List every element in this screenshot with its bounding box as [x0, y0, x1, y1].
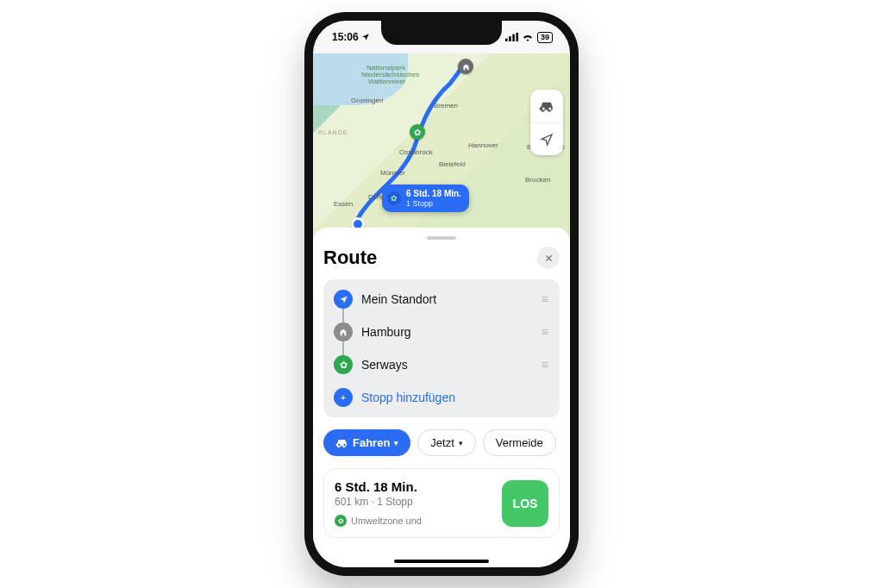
car-icon: [335, 438, 348, 447]
city-label: Bremen: [434, 102, 458, 109]
close-button[interactable]: [537, 247, 560, 269]
summary-sub: 601 km · 1 Stopp: [335, 496, 493, 508]
chevron-down-icon: ▾: [394, 439, 398, 447]
destination-pin[interactable]: [458, 59, 473, 74]
drag-handle-icon[interactable]: ≡: [542, 325, 549, 339]
waypoint-pin[interactable]: ✿: [410, 124, 425, 140]
battery-level: 39: [537, 32, 553, 43]
stop-row-destination[interactable]: Hamburg ≡: [329, 316, 554, 348]
location-icon: [334, 290, 353, 309]
map-view[interactable]: RLANDE Groningen Bremen Hannover Bielefe…: [313, 53, 570, 240]
country-label: RLANDE: [318, 129, 348, 135]
route-time: 6 Std. 18 Min.: [406, 189, 461, 199]
stop-row-origin[interactable]: Mein Standort ≡: [329, 283, 554, 316]
chevron-down-icon: ▾: [459, 439, 463, 447]
city-label: Brocken: [525, 176, 550, 184]
avoid-label: Vermeide: [496, 436, 543, 449]
route-summary-card[interactable]: 6 Std. 18 Min. 601 km · 1 Stopp ✿ Umwelt…: [323, 468, 560, 538]
route-info-bubble[interactable]: ✿ 6 Std. 18 Min. 1 Stopp: [382, 185, 469, 212]
city-label: Münster: [380, 169, 405, 177]
city-label: Osnabrück: [399, 148, 433, 156]
svg-rect-1: [509, 36, 511, 41]
mode-car-button[interactable]: [530, 90, 563, 122]
summary-time: 6 Std. 18 Min.: [335, 479, 493, 494]
drag-handle-icon[interactable]: ≡: [542, 358, 549, 372]
svg-rect-0: [505, 39, 508, 41]
close-icon: [544, 253, 554, 263]
city-label: Bielefeld: [439, 160, 466, 168]
location-services-icon: [361, 33, 370, 41]
avoid-chip[interactable]: Vermeide: [483, 429, 556, 456]
sheet-grabber[interactable]: [427, 236, 456, 240]
summary-note: Umweltzone und: [351, 516, 422, 526]
stop-label: Hamburg: [361, 325, 411, 339]
plus-icon: +: [334, 388, 353, 407]
home-indicator[interactable]: [394, 560, 489, 563]
stop-label: Mein Standort: [361, 292, 436, 306]
wifi-icon: [522, 33, 534, 41]
map-controls: [530, 90, 563, 155]
tree-icon: ✿: [387, 191, 401, 205]
stop-row-waypoint[interactable]: ✿ Serways ≡: [329, 348, 554, 381]
svg-rect-2: [512, 34, 515, 41]
stops-list: Mein Standort ≡ Hamburg ≡ ✿ Serways ≡: [323, 279, 560, 417]
depart-label: Jetzt: [430, 436, 454, 449]
depart-chip[interactable]: Jetzt ▾: [417, 429, 475, 456]
city-label: Essen: [334, 200, 353, 208]
notch: [381, 21, 502, 45]
city-label: Hannover: [468, 141, 498, 149]
recenter-button[interactable]: [530, 122, 563, 155]
mode-chip[interactable]: Fahren ▾: [323, 429, 410, 456]
building-icon: [334, 322, 353, 341]
route-options: Fahren ▾ Jetzt ▾ Vermeide: [323, 429, 560, 456]
sheet-title: Route: [323, 247, 377, 269]
drag-handle-icon[interactable]: ≡: [542, 292, 549, 306]
route-stops: 1 Stopp: [406, 199, 461, 208]
eco-icon: ✿: [335, 515, 347, 527]
stop-label: Serways: [361, 358, 408, 372]
status-time: 15:06: [332, 31, 359, 43]
park-label: Wattenmeer: [368, 78, 405, 85]
mode-label: Fahren: [353, 436, 390, 449]
tree-icon: ✿: [334, 355, 353, 374]
signal-icon: [505, 33, 518, 41]
city-label: Groningen: [351, 97, 383, 104]
add-stop-button[interactable]: + Stopp hinzufügen: [329, 381, 554, 414]
go-button[interactable]: LOS: [502, 480, 548, 527]
go-label: LOS: [513, 497, 538, 510]
route-sheet[interactable]: Route Mein Standort ≡: [313, 228, 570, 567]
add-stop-label: Stopp hinzufügen: [361, 391, 455, 404]
svg-rect-3: [516, 33, 518, 41]
